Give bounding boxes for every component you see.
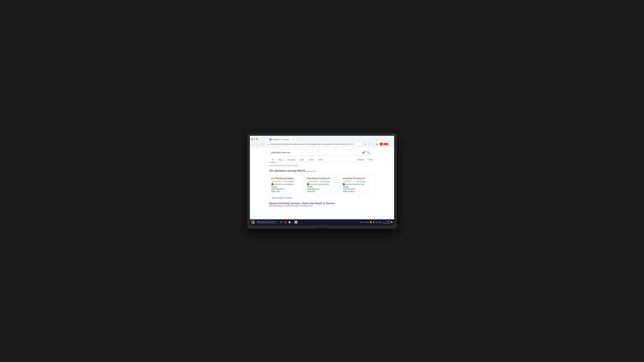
error-button[interactable]: Error — [383, 143, 388, 145]
close-button[interactable] — [252, 138, 253, 140]
guaranteed-icon-roto: ✓ — [307, 183, 309, 185]
hours-innovative: Open 24 hours — [343, 191, 372, 193]
local-pack-cards: Fox Plumbing & Heating 4.8 ★★★★★ · See r… — [269, 175, 375, 195]
tab-title: indiatoday.in - technology/news — [272, 138, 291, 140]
taskbar-game-icon[interactable]: 🎮 — [280, 221, 283, 224]
minimize-button[interactable] — [254, 138, 255, 140]
laptop-notch — [316, 227, 328, 228]
laptop-screen: indiatoday.in - technology/news ✕ ← → ↻ … — [250, 135, 394, 225]
see-reviews-fox[interactable]: See reviews — [285, 180, 294, 183]
guaranteed-text-fox: GOOGLE GUARANTEED — [274, 183, 293, 185]
guaranteed-roto: ✓ GOOGLE GUARANTEED — [307, 183, 337, 185]
download-icon[interactable]: ⬇ — [363, 142, 367, 146]
search-tabs: All Maps Shopping News Books More Settin… — [269, 157, 375, 162]
menu-icon[interactable]: ⋮ — [389, 142, 392, 146]
rating-row-roto: 4.5 ★★★★★ · See reviews — [307, 180, 337, 183]
extensions-icon[interactable]: 🧩 — [376, 142, 379, 146]
sponsored-label: Sponsored ℹ — [305, 170, 316, 172]
clock-time: 17:28 — [382, 220, 390, 222]
address-bar[interactable]: 🔒 indiatoday.in/technology/news/story/go… — [265, 142, 362, 146]
tab-more[interactable]: More — [316, 157, 325, 162]
info-icon: ℹ — [314, 170, 316, 172]
taskbar-search-text: Type here to search — [261, 221, 274, 223]
taskbar-circle-icon[interactable]: ⭕ — [284, 221, 287, 224]
weather-icon: 🌧 — [360, 221, 362, 223]
url-text: indiatoday.in/technology/news/story/goog… — [270, 143, 360, 145]
rating-num-innovative: 3.8 — [343, 180, 345, 183]
page-content: plumbers near me 🎤 🔍 All Maps Shopping N… — [250, 147, 394, 219]
search-container: plumbers near me 🎤 🔍 All Maps Shopping N… — [266, 150, 378, 207]
share-icon[interactable]: ↗ — [367, 142, 371, 146]
arrow-icon: → — [269, 197, 271, 199]
browser-chrome: indiatoday.in - technology/news ✕ ← → ↻ … — [250, 136, 394, 147]
stars-fox: ★★★★ — [274, 180, 281, 183]
laptop-frame: indiatoday.in - technology/news ✕ ← → ↻ … — [247, 133, 397, 229]
forward-button[interactable]: → — [256, 142, 260, 146]
see-reviews-roto[interactable]: See reviews — [320, 180, 330, 183]
weather-text: 27°C Rain — [362, 221, 369, 223]
more-plumbers-link[interactable]: → More plumbers in Seattle — [269, 197, 375, 199]
tab-shopping[interactable]: Shopping — [286, 157, 297, 162]
guaranteed-fox: ✓ GOOGLE GUARANTEED — [272, 183, 301, 185]
organic-result: Beacon Plumbing Services | Same Day Repa… — [269, 202, 375, 207]
title-bar: indiatoday.in - technology/news ✕ — [250, 136, 394, 141]
profile-icon[interactable]: G — [380, 142, 383, 146]
local-card-innovative[interactable]: Innovative Plumbing Sol... 3.8 ★★★★★ · S… — [341, 175, 375, 195]
tab-tools[interactable]: Tools — [366, 157, 375, 162]
tab-bar: indiatoday.in - technology/news ✕ — [260, 137, 296, 141]
back-button[interactable]: ← — [252, 142, 255, 146]
clock: 17:28 27-07-2022 — [382, 220, 390, 224]
local-card-roto[interactable]: Roto-Rooter Plumbing &... 4.5 ★★★★★ · Se… — [305, 175, 339, 195]
tab-close-icon[interactable]: ✕ — [292, 138, 294, 140]
battery-icon: 🔋 — [373, 221, 374, 223]
search-bar[interactable]: plumbers near me 🎤 🔍 — [269, 150, 372, 155]
guaranteed-icon-innovative: ✓ — [343, 183, 345, 185]
taskbar-search-icon: 🔍 — [258, 221, 260, 223]
guaranteed-text-roto: GOOGLE GUARANTEED — [310, 183, 329, 185]
laptop-bottom — [250, 225, 394, 229]
system-tray: 🌧 27°C Rain 🔼 🔋 🔊 ENG 17:28 27-07-2022 💬 — [360, 220, 392, 224]
tab-maps[interactable]: Maps — [276, 157, 285, 162]
tab-settings[interactable]: Settings — [355, 157, 366, 162]
maximize-button[interactable] — [256, 138, 258, 140]
rating-num-roto: 4.5 — [307, 180, 310, 183]
guaranteed-icon-fox: ✓ — [272, 183, 274, 185]
taskbar-app-icon[interactable]: 📋 — [288, 221, 291, 224]
local-pack-heading: 50+ plumbers serving 98109 — [269, 169, 305, 172]
browser-tab[interactable]: indiatoday.in - technology/news ✕ — [268, 137, 296, 141]
notifications-icon[interactable]: 💬 — [391, 221, 392, 223]
empty-star-innovative: ★ — [354, 180, 355, 183]
organic-url: beaconplumbing.net › Beacon-Plumbing › P… — [269, 205, 375, 207]
card-name-innovative: Innovative Plumbing Sol... — [343, 177, 372, 179]
see-reviews-innovative[interactable]: See reviews — [356, 180, 366, 183]
search-input[interactable]: plumbers near me — [272, 151, 361, 154]
bookmark-icon[interactable]: ☆ — [372, 142, 375, 146]
phone-roto: (206) 565-0312 — [307, 188, 337, 190]
taskbar-chrome[interactable] — [294, 220, 298, 224]
local-card-fox[interactable]: Fox Plumbing & Heating 4.8 ★★★★★ · See r… — [269, 175, 303, 195]
tab-all[interactable]: All — [270, 157, 276, 162]
browser-toolbar: ← → ↻ 🔒 indiatoday.in/technology/news/st… — [250, 141, 394, 147]
speaker-icon: 🔊 — [376, 221, 378, 223]
half-star-roto: ★ — [317, 180, 319, 183]
stars-roto: ★★★★ — [310, 180, 316, 183]
tab-news[interactable]: News — [298, 157, 306, 162]
tab-books[interactable]: Books — [307, 157, 316, 162]
hours-fox: Open 24/7 — [272, 191, 301, 193]
rating-row-fox: 4.8 ★★★★★ · See reviews — [272, 180, 301, 183]
chrome-icon — [294, 220, 298, 224]
search-icon[interactable]: 🔍 — [366, 151, 370, 154]
organic-title[interactable]: Beacon Plumbing Services | Same Day Repa… — [269, 202, 334, 205]
tab-favicon — [270, 138, 272, 140]
lock-icon: 🔒 — [267, 143, 269, 145]
reload-button[interactable]: ↻ — [261, 142, 264, 146]
windows-logo[interactable] — [252, 221, 254, 224]
window-controls — [252, 138, 258, 140]
card-name-roto: Roto-Rooter Plumbing &... — [307, 177, 337, 179]
results-info: About 4,660,000 results (0.58 seconds) — [269, 165, 375, 166]
city-innovative: Seattle — [343, 186, 372, 188]
sponsored-text: Sponsored — [305, 170, 313, 172]
local-pack-header: 50+ plumbers serving 98109 Sponsored ℹ — [269, 169, 375, 173]
microphone-icon[interactable]: 🎤 — [362, 151, 366, 154]
taskbar-search[interactable]: 🔍 Type here to search — [256, 221, 277, 224]
